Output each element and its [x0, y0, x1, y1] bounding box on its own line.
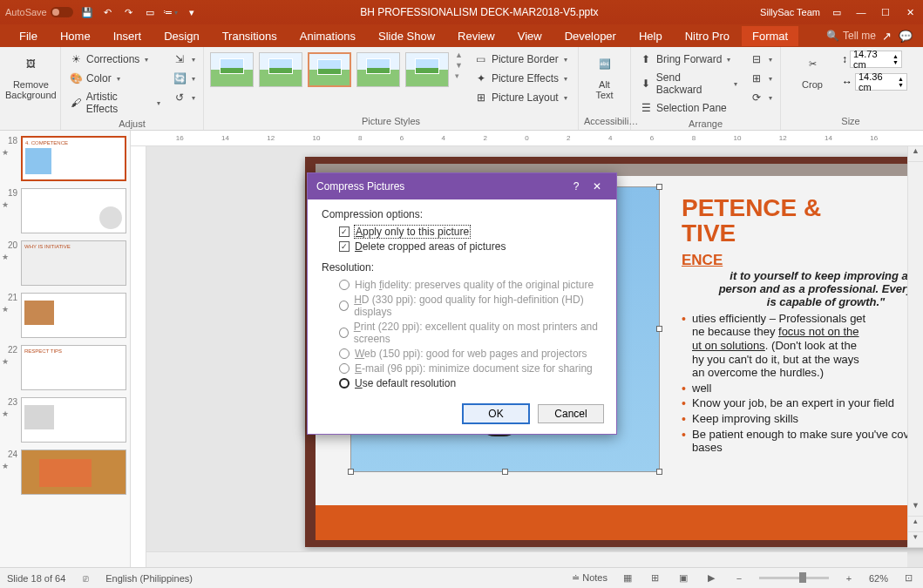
slide-counter[interactable]: Slide 18 of 64: [7, 573, 65, 584]
send-backward-button[interactable]: ⬇Send Backward: [636, 70, 740, 98]
list-icon[interactable]: ≔: [164, 5, 178, 19]
thumb-19[interactable]: 19★: [0, 186, 130, 239]
group-picture-styles-label: Picture Styles: [209, 114, 573, 128]
styles-scroll-up-icon[interactable]: ▲: [455, 51, 463, 59]
ribbon: 🖼Remove Background ☀Corrections 🎨Color 🖌…: [0, 47, 923, 131]
alt-text-button[interactable]: 🔤Alt Text: [584, 51, 625, 100]
artistic-effects-button[interactable]: 🖌Artistic Effects: [66, 89, 163, 117]
ruler-vertical: [131, 146, 146, 567]
thumb-22[interactable]: 22★RESPECT TIPS: [0, 343, 130, 395]
spellcheck-icon[interactable]: ⎚: [78, 571, 93, 585]
crop-button[interactable]: ✂Crop: [786, 51, 838, 90]
notes-button[interactable]: ≐ Notes: [572, 572, 607, 584]
slideshow-view-icon[interactable]: ▶: [703, 571, 719, 585]
vertical-scrollbar[interactable]: ▲ ▼ ▴ ▾: [907, 146, 923, 548]
start-slideshow-icon[interactable]: ▭: [143, 5, 157, 19]
thumb-20[interactable]: 20★WHY IS INITIATIVE: [0, 239, 130, 291]
tab-review[interactable]: Review: [447, 26, 506, 46]
radio-high-fidelity: High fidelity: preserves quality of the …: [339, 279, 602, 291]
thumb-21[interactable]: 21★: [0, 291, 130, 343]
group-icon[interactable]: ⊞: [747, 70, 775, 87]
qat-custom-icon[interactable]: ▾: [185, 5, 199, 19]
picture-style-1[interactable]: [210, 52, 254, 87]
height-input[interactable]: 14.73 cm▲▼: [850, 51, 902, 68]
tab-format[interactable]: Format: [742, 26, 798, 46]
horizontal-scrollbar[interactable]: [146, 551, 907, 567]
dialog-close-icon[interactable]: ✕: [587, 180, 607, 193]
dialog-title: Compress Pictures: [316, 180, 404, 193]
sorter-view-icon[interactable]: ⊞: [648, 571, 663, 585]
dialog-help-icon[interactable]: ?: [566, 180, 587, 193]
team-name[interactable]: SillySac Team: [760, 7, 820, 17]
group-adjust-label: Adjust: [66, 117, 198, 131]
picture-style-2[interactable]: [259, 52, 302, 87]
share-icon[interactable]: ↗: [878, 27, 895, 44]
tab-developer[interactable]: Developer: [554, 26, 627, 46]
compression-options-label: Compression options:: [322, 208, 602, 220]
zoom-slider[interactable]: [759, 577, 829, 579]
picture-style-5[interactable]: [405, 52, 449, 87]
slide-thumbnails[interactable]: 18★4. COMPETENCE 19★ 20★WHY IS INITIATIV…: [0, 131, 131, 567]
close-icon[interactable]: ✕: [902, 4, 918, 20]
rotate-icon[interactable]: ⟳: [747, 89, 775, 106]
picture-effects-button[interactable]: ✦Picture Effects: [472, 70, 570, 87]
tab-home[interactable]: Home: [50, 26, 101, 46]
tab-file[interactable]: File: [9, 26, 48, 46]
zoom-level[interactable]: 62%: [869, 573, 888, 584]
picture-border-button[interactable]: ▭Picture Border: [472, 51, 570, 68]
cancel-button[interactable]: Cancel: [538, 404, 604, 423]
save-icon[interactable]: 💾: [80, 5, 94, 19]
reading-view-icon[interactable]: ▣: [675, 571, 691, 585]
tab-help[interactable]: Help: [628, 26, 673, 46]
ribbon-options-icon[interactable]: ▭: [829, 4, 845, 20]
tab-design[interactable]: Design: [153, 26, 209, 46]
minimize-icon[interactable]: —: [853, 4, 869, 20]
styles-scroll-down-icon[interactable]: ▼: [455, 61, 463, 70]
radio-default-resolution[interactable]: Use default resolution: [339, 377, 602, 389]
tellme-search[interactable]: 🔍 Tell me: [826, 30, 876, 42]
tab-slideshow[interactable]: Slide Show: [368, 26, 445, 46]
radio-hd: HD (330 ppi): good quality for high-defi…: [339, 294, 602, 318]
corrections-button[interactable]: ☀Corrections: [66, 51, 163, 68]
thumb-23[interactable]: 23★: [0, 395, 130, 448]
dialog-titlebar[interactable]: Compress Pictures ? ✕: [308, 173, 616, 199]
picture-layout-button[interactable]: ⊞Picture Layout: [472, 89, 570, 106]
color-button[interactable]: 🎨Color: [66, 70, 163, 87]
tab-nitropro[interactable]: Nitro Pro: [675, 26, 740, 46]
width-input[interactable]: 14.36 cm▲▼: [855, 73, 907, 91]
language-indicator[interactable]: English (Philippines): [105, 573, 193, 584]
picture-style-3[interactable]: [308, 52, 351, 87]
zoom-out-icon[interactable]: −: [731, 571, 747, 585]
compress-pictures-icon[interactable]: ⇲: [170, 51, 198, 68]
normal-view-icon[interactable]: ▦: [620, 571, 635, 585]
ruler-horizontal: 1614121086420246810121416: [131, 131, 923, 146]
reset-picture-icon[interactable]: ↺: [170, 89, 198, 106]
comments-icon[interactable]: 💬: [897, 27, 914, 44]
undo-icon[interactable]: ↶: [101, 5, 115, 19]
group-arrange-label: Arrange: [636, 117, 775, 131]
width-icon: ↔: [842, 76, 852, 88]
ok-button[interactable]: OK: [463, 404, 529, 423]
tab-view[interactable]: View: [507, 26, 553, 46]
tab-insert[interactable]: Insert: [103, 26, 153, 46]
resolution-label: Resolution:: [322, 261, 602, 274]
styles-more-icon[interactable]: ▾: [455, 71, 463, 80]
thumb-24[interactable]: 24★: [0, 448, 130, 500]
zoom-in-icon[interactable]: +: [841, 571, 857, 585]
thumb-18[interactable]: 18★4. COMPETENCE: [0, 134, 130, 186]
apply-only-checkbox[interactable]: Apply only to this picture: [339, 226, 602, 238]
redo-icon[interactable]: ↷: [122, 5, 136, 19]
maximize-icon[interactable]: ☐: [878, 4, 893, 20]
delete-cropped-checkbox[interactable]: Delete cropped areas of pictures: [339, 240, 602, 253]
remove-background-button[interactable]: 🖼Remove Background: [5, 51, 57, 100]
change-picture-icon[interactable]: 🔄: [170, 70, 198, 87]
group-accessibility-label: Accessibili…: [584, 114, 625, 128]
tab-transitions[interactable]: Transitions: [212, 26, 288, 46]
picture-style-4[interactable]: [356, 52, 400, 87]
tab-animations[interactable]: Animations: [289, 26, 366, 46]
autosave-toggle[interactable]: AutoSave: [5, 7, 73, 17]
align-icon[interactable]: ⊟: [747, 51, 775, 68]
fit-window-icon[interactable]: ⊡: [900, 571, 916, 585]
bring-forward-button[interactable]: ⬆Bring Forward: [636, 51, 740, 68]
selection-pane-button[interactable]: ☰Selection Pane: [636, 99, 740, 117]
